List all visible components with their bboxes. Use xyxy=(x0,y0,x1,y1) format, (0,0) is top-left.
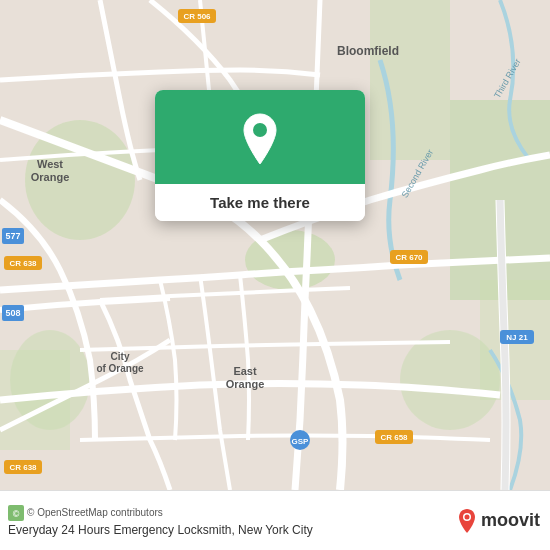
moovit-logo: moovit xyxy=(457,508,540,534)
svg-text:Bloomfield: Bloomfield xyxy=(337,44,399,58)
svg-text:©: © xyxy=(13,509,20,519)
svg-text:GSP: GSP xyxy=(292,437,310,446)
svg-text:NJ 21: NJ 21 xyxy=(506,333,528,342)
moovit-brand-text: moovit xyxy=(481,510,540,531)
svg-text:East: East xyxy=(233,365,257,377)
svg-text:CR 506: CR 506 xyxy=(183,12,211,21)
bottom-left: © © OpenStreetMap contributors Everyday … xyxy=(8,505,313,537)
svg-text:508: 508 xyxy=(5,308,20,318)
osm-credit: © © OpenStreetMap contributors xyxy=(8,505,313,521)
svg-rect-2 xyxy=(370,0,450,160)
take-me-there-button[interactable]: Take me there xyxy=(155,184,365,221)
svg-text:City: City xyxy=(111,351,130,362)
svg-text:Orange: Orange xyxy=(31,171,70,183)
svg-point-38 xyxy=(253,123,267,137)
bottom-bar: © © OpenStreetMap contributors Everyday … xyxy=(0,490,550,550)
place-name-text: Everyday 24 Hours Emergency Locksmith, N… xyxy=(8,523,313,537)
map-container: CR 506 CR 638 CR 670 CR 638 CR 658 NJ 21… xyxy=(0,0,550,490)
svg-point-42 xyxy=(464,514,469,519)
svg-text:Orange: Orange xyxy=(226,378,265,390)
svg-text:of Orange: of Orange xyxy=(96,363,144,374)
svg-text:577: 577 xyxy=(5,231,20,241)
popup-icon-area xyxy=(155,90,365,184)
popup-card: Take me there xyxy=(155,90,365,221)
osm-logo-icon: © xyxy=(8,505,24,521)
svg-text:CR 638: CR 638 xyxy=(9,463,37,472)
osm-credit-text: © OpenStreetMap contributors xyxy=(27,507,163,518)
location-pin-icon xyxy=(238,112,282,166)
svg-text:West: West xyxy=(37,158,63,170)
svg-text:CR 658: CR 658 xyxy=(380,433,408,442)
moovit-pin-icon xyxy=(457,508,477,534)
svg-text:CR 670: CR 670 xyxy=(395,253,423,262)
svg-text:CR 638: CR 638 xyxy=(9,259,37,268)
